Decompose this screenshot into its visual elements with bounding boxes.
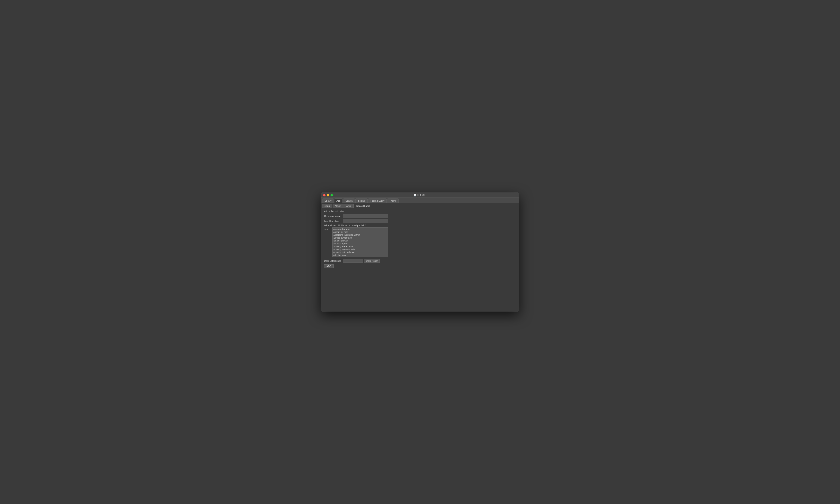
list-item[interactable]: actually onto indicate [333, 251, 388, 254]
document-icon: 📄 [414, 194, 417, 196]
tab-library[interactable]: Library [322, 198, 334, 203]
date-established-input[interactable] [343, 259, 363, 263]
titlebar: 📄 H.A.M.L. [321, 193, 519, 198]
app-window: 📄 H.A.M.L. Library Add Search Insights F… [321, 193, 519, 311]
company-name-input[interactable] [343, 214, 388, 218]
label-location-input[interactable] [343, 219, 388, 223]
list-item[interactable]: actually maintain safe [333, 248, 388, 251]
list-item[interactable]: actually ahead walk [333, 245, 388, 248]
company-name-label: Company Name [324, 215, 343, 217]
sub-tab-record-label[interactable]: Record Label [354, 204, 372, 208]
list-item[interactable]: add fact push [333, 254, 388, 256]
list-item[interactable]: act cell growth [333, 239, 388, 242]
label-location-label: Label Location [324, 220, 343, 222]
company-name-row: Company Name [324, 214, 516, 218]
nav-tabs: Library Add Search Insights Feeling Luck… [321, 198, 519, 203]
list-item[interactable]: able card where [333, 228, 388, 231]
label-location-row: Label Location [324, 219, 516, 223]
main-content: Add a Record Label Company Name Label Lo… [321, 208, 519, 311]
list-item[interactable]: add raise huge [333, 256, 388, 257]
sub-tabs: Song Album Artist Record Label [321, 203, 519, 208]
sub-tab-artist[interactable]: Artist [344, 204, 354, 208]
date-established-row: Date Established Date Picker [324, 259, 516, 263]
sub-tab-song[interactable]: Song [322, 204, 332, 208]
date-established-label: Date Established [324, 260, 343, 262]
tab-search[interactable]: Search [343, 198, 355, 203]
close-button[interactable] [323, 194, 326, 196]
list-item[interactable]: across owner factor [333, 236, 388, 239]
traffic-lights [323, 194, 333, 196]
window-title: 📄 H.A.M.L. [414, 194, 426, 196]
list-item[interactable]: according institution within [333, 233, 388, 236]
add-button[interactable]: ADD [324, 264, 334, 268]
album-list-container: Title able card whereaccept air holdacco… [324, 228, 516, 257]
list-item[interactable]: accept air hold [333, 231, 388, 233]
minimize-button[interactable] [327, 194, 329, 196]
album-listbox[interactable]: able card whereaccept air holdaccording … [332, 228, 388, 257]
title-label: Title [324, 228, 332, 257]
tab-insights[interactable]: Insights [355, 198, 368, 203]
tab-feeling-lucky[interactable]: Feeling Lucky [368, 198, 387, 203]
album-question: What album did this record label publish… [324, 224, 516, 227]
list-item[interactable]: act turn agree [333, 242, 388, 245]
sub-tab-album[interactable]: Album [333, 204, 344, 208]
date-picker-button[interactable]: Date Picker [364, 259, 380, 263]
section-title: Add a Record Label [324, 210, 516, 213]
tab-theme[interactable]: Theme [387, 198, 399, 203]
tab-add[interactable]: Add [334, 198, 343, 203]
maximize-button[interactable] [331, 194, 333, 196]
